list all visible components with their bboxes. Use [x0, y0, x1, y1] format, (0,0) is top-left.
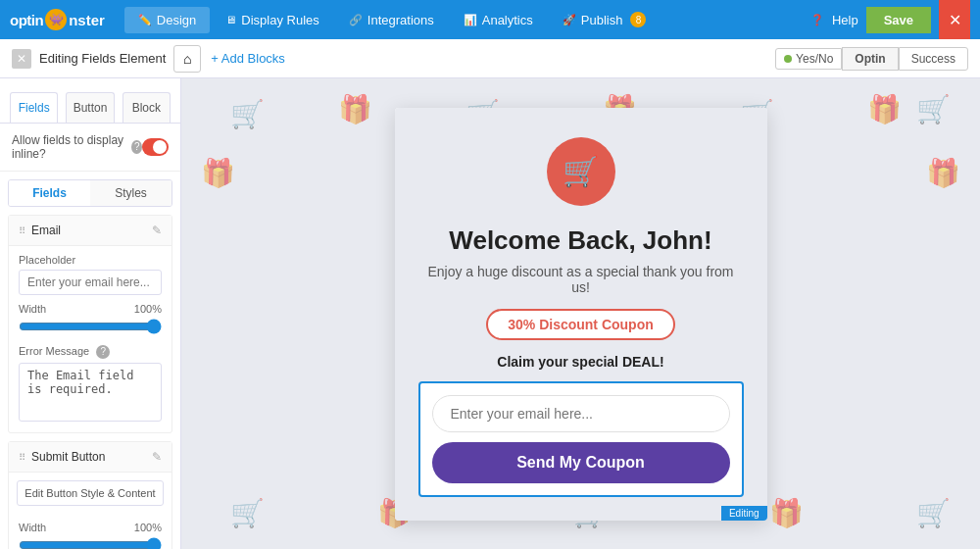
nav-design-label: Design: [157, 13, 196, 27]
bg-icon-10: 🛒: [230, 497, 265, 529]
nav-tabs: ✏️ Design 🖥 Display Rules 🔗 Integrations…: [124, 6, 810, 33]
inline-help-icon[interactable]: ?: [131, 140, 142, 154]
sub-tabs: Fields Styles: [8, 179, 172, 207]
width-label: Width: [19, 303, 46, 315]
inline-toggle-row: Allow fields to display inline? ?: [0, 124, 180, 172]
help-link[interactable]: Help: [832, 13, 858, 27]
submit-section: ⠿ Submit Button ✎ Edit Button Style & Co…: [8, 441, 172, 549]
logo-monster-icon: 👾: [45, 9, 67, 30]
button-tab-label: Button: [74, 101, 108, 115]
sidebar-tab-block[interactable]: Block: [122, 92, 171, 123]
width-value: 100%: [134, 303, 162, 315]
edit-button-style-button[interactable]: Edit Button Style & Content: [17, 480, 164, 506]
submit-width-slider[interactable]: [19, 537, 162, 549]
editing-label: Editing Fields Element: [39, 51, 166, 66]
nav-display-label: Display Rules: [241, 13, 318, 27]
cart-icon: 🛒: [563, 154, 599, 188]
nav-tab-display-rules[interactable]: 🖥 Display Rules: [212, 7, 332, 33]
add-blocks-button[interactable]: + Add Blocks: [211, 51, 285, 66]
coupon-badge: 30% Discount Coupon: [486, 309, 675, 340]
yes-no-tab[interactable]: Yes/No: [775, 48, 842, 70]
bg-icon-8: 🎁: [201, 157, 235, 189]
canvas-area: 🛒 🎁 🛒 🎁 🛒 🎁 🛒 🎁 🎁 🛒 🎁 🛒 🎁 🛒 🛒 Welcome Ba…: [181, 78, 980, 549]
nav-integrations-label: Integrations: [368, 13, 434, 27]
placeholder-label: Placeholder: [19, 254, 162, 266]
error-help-icon[interactable]: ?: [96, 345, 110, 359]
block-tab-label: Block: [132, 101, 161, 115]
email-field-header-left: ⠿ Email: [19, 224, 61, 237]
bg-icon-13: 🎁: [769, 497, 804, 529]
send-coupon-button[interactable]: Send My Coupon: [432, 442, 730, 483]
email-field-label: Email: [31, 224, 61, 237]
sub-styles-label: Styles: [115, 186, 147, 200]
logo-text2: nster: [69, 12, 105, 28]
nav-tab-design[interactable]: ✏️ Design: [124, 7, 210, 33]
sidebar-tabs: Fields Button Block: [0, 78, 180, 124]
sub-tab-fields[interactable]: Fields: [9, 180, 90, 206]
inline-toggle[interactable]: [142, 138, 169, 156]
submit-width-label: Width: [19, 522, 46, 533]
bg-icon-2: 🎁: [338, 93, 372, 125]
nav-tab-publish[interactable]: 🚀 Publish 8: [549, 6, 661, 33]
top-navigation: optin 👾 nster ✏️ Design 🖥 Display Rules …: [0, 0, 980, 39]
success-tab[interactable]: Success: [899, 47, 968, 71]
sidebar-tab-button[interactable]: Button: [66, 92, 114, 123]
pencil-icon: ✏️: [138, 14, 152, 26]
optin-tab[interactable]: Optin: [842, 47, 898, 71]
sub-tab-styles[interactable]: Styles: [90, 180, 172, 206]
width-slider[interactable]: [19, 319, 162, 334]
error-msg-section: Error Message ? The Email field is requi…: [19, 345, 162, 424]
drag-handle-icon[interactable]: ⠿: [19, 225, 25, 236]
editing-close-button[interactable]: ✕: [12, 49, 31, 69]
submit-drag-handle[interactable]: ⠿: [19, 452, 25, 463]
fields-tab-label: Fields: [19, 101, 50, 115]
bg-icon-6: 🎁: [867, 93, 902, 125]
bg-icon-7: 🛒: [916, 93, 951, 125]
submit-edit-icon[interactable]: ✎: [152, 450, 162, 464]
view-tabs: Yes/No Optin Success: [775, 47, 968, 71]
submit-width-row: Width 100%: [19, 522, 162, 533]
error-label: Error Message: [19, 345, 89, 357]
nav-publish-label: Publish: [581, 13, 623, 27]
email-field-section: ⠿ Email ✎ Placeholder Width 100% Error M…: [8, 215, 172, 433]
sub-navigation: ✕ Editing Fields Element ⌂ + Add Blocks …: [0, 39, 980, 78]
close-button[interactable]: ✕: [939, 0, 970, 39]
yes-no-label: Yes/No: [796, 52, 833, 66]
error-label-row: Error Message ?: [19, 345, 162, 359]
sub-fields-label: Fields: [32, 186, 67, 200]
edit-icon[interactable]: ✎: [152, 224, 162, 237]
save-button[interactable]: Save: [866, 7, 931, 33]
error-textarea[interactable]: The Email field is required.: [19, 363, 162, 422]
integrations-icon: 🔗: [349, 14, 363, 26]
editing-badge: Editing: [721, 506, 767, 521]
bg-icon-1: 🛒: [230, 98, 265, 130]
publish-badge: 8: [630, 12, 646, 27]
submit-width-area: Width 100%: [9, 522, 172, 549]
cart-icon-circle: 🛒: [547, 137, 615, 206]
home-button[interactable]: ⌂: [173, 45, 201, 73]
logo: optin 👾 nster: [10, 9, 105, 30]
sidebar: Fields Button Block Allow fields to disp…: [0, 78, 181, 549]
nav-tab-integrations[interactable]: 🔗 Integrations: [335, 7, 448, 33]
logo-text: optin: [10, 12, 43, 28]
popup-inner: 🛒 Welcome Back, John! Enjoy a huge disco…: [395, 108, 767, 521]
welcome-title: Welcome Back, John!: [418, 225, 744, 256]
claim-text: Claim your special DEAL!: [418, 354, 744, 370]
bg-icon-14: 🛒: [916, 497, 951, 529]
nav-tab-analytics[interactable]: 📊 Analytics: [450, 7, 547, 33]
display-icon: 🖥: [225, 14, 236, 25]
popup-card: 🛒 Welcome Back, John! Enjoy a huge disco…: [395, 108, 767, 521]
sidebar-tab-fields[interactable]: Fields: [10, 92, 58, 123]
email-input[interactable]: [432, 395, 730, 432]
nav-analytics-label: Analytics: [482, 13, 533, 27]
placeholder-input[interactable]: [19, 270, 162, 295]
publish-icon: 🚀: [563, 14, 576, 26]
radio-dot: [784, 55, 792, 63]
bg-icon-9: 🎁: [926, 157, 960, 189]
email-field-body: Placeholder Width 100% Error Message ? T…: [9, 246, 172, 432]
submit-field-header-left: ⠿ Submit Button: [19, 450, 105, 464]
main-layout: Fields Button Block Allow fields to disp…: [0, 78, 980, 549]
inline-label: Allow fields to display inline?: [12, 133, 127, 161]
nav-right: ❓ Help Save ✕: [810, 0, 970, 39]
sub-nav-left: ✕ Editing Fields Element ⌂: [12, 45, 201, 73]
